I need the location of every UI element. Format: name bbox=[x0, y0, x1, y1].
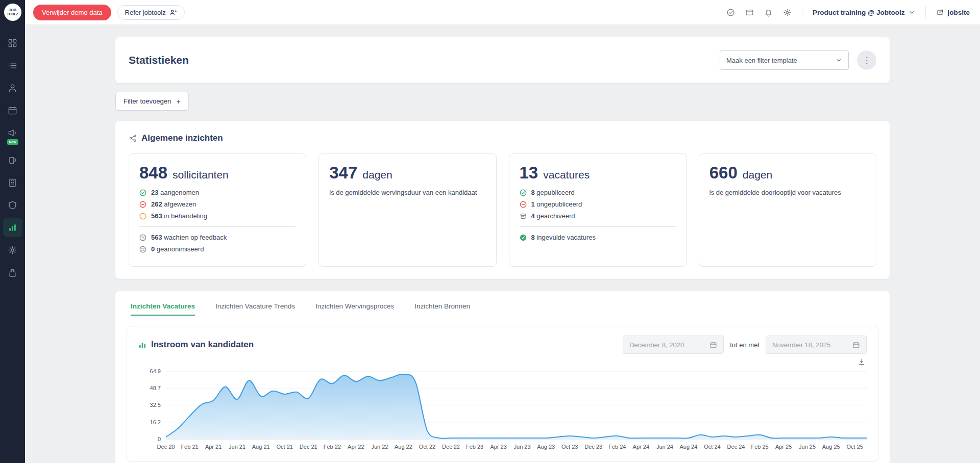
account-name: Product training @ Jobtoolz bbox=[813, 9, 904, 16]
range-separator: tot en met bbox=[730, 341, 760, 349]
inflow-chart-card: Instroom van kandidaten December 8, 2020… bbox=[127, 326, 878, 461]
stat-card-doorlooptijd: 660 dagen is de gemiddelde doorlooptijd … bbox=[699, 153, 876, 267]
insights-title: Algemene inzichten bbox=[141, 133, 223, 143]
jobsite-link[interactable]: jobsite bbox=[936, 9, 970, 16]
sidebar-item-list[interactable] bbox=[3, 56, 22, 75]
sidebar-item-security[interactable] bbox=[3, 195, 22, 215]
shopping-bag-icon bbox=[8, 268, 17, 277]
stat-row-ingevulde-vacatures: 8 ingevulde vacatures bbox=[520, 234, 676, 241]
x-tick-label: Feb 23 bbox=[466, 444, 483, 450]
stat-grid: 848 sollicitanten 23 aangenomen 262 afge… bbox=[129, 153, 876, 267]
notifications-button[interactable] bbox=[764, 8, 773, 17]
x-tick-label: Oct 22 bbox=[419, 444, 435, 450]
inflow-chart-x-axis: Dec 20Feb 21Apr 21Jun 21Aug 21Oct 21Dec … bbox=[166, 444, 867, 454]
check-circle-icon bbox=[520, 189, 527, 196]
plus-icon: + bbox=[176, 97, 181, 106]
app-root: JOB TOOLZ New bbox=[0, 0, 980, 463]
logo-text-bottom: TOOLZ bbox=[7, 12, 18, 16]
x-tick-label: Jun 21 bbox=[229, 444, 246, 450]
mug-icon bbox=[8, 156, 17, 165]
stat-row-gearchiveerd: 4 gearchiveerd bbox=[520, 212, 676, 220]
stat-row-afgewezen: 262 afgewezen bbox=[139, 200, 296, 208]
add-filter-button[interactable]: Filter toevoegen + bbox=[115, 92, 189, 111]
sidebar-item-dashboard[interactable] bbox=[3, 33, 22, 53]
check-circle-icon bbox=[726, 8, 735, 17]
topbar-divider bbox=[925, 6, 926, 18]
calendar-icon bbox=[852, 341, 860, 349]
person-plus-icon bbox=[169, 9, 177, 16]
x-tick-label: Apr 25 bbox=[775, 444, 792, 450]
x-tick-label: Dec 21 bbox=[300, 444, 317, 450]
sidebar-item-statistics[interactable] bbox=[3, 218, 22, 237]
sidebar-item-events[interactable] bbox=[3, 150, 22, 170]
page-title: Statistieken bbox=[129, 54, 189, 66]
stat-unit: dagen bbox=[743, 169, 772, 181]
stat-value: 660 bbox=[709, 163, 738, 183]
divider bbox=[139, 226, 296, 227]
stat-row-in-behandeling: 563 in behandeling bbox=[139, 212, 296, 220]
tab-inzichten-vacature-trends[interactable]: Inzichten Vacature Trends bbox=[215, 302, 295, 316]
x-tick-label: Dec 23 bbox=[584, 444, 602, 450]
sidebar-item-calendar[interactable] bbox=[3, 100, 22, 120]
gear-icon bbox=[8, 245, 17, 255]
user-icon bbox=[8, 83, 17, 93]
y-tick-label: 0 bbox=[158, 436, 161, 442]
x-tick-label: Oct 24 bbox=[704, 444, 720, 450]
check-filled-icon bbox=[520, 234, 527, 241]
filter-template-select[interactable]: Maak een filter template bbox=[720, 50, 849, 70]
tab-inzichten-bronnen[interactable]: Inzichten Bronnen bbox=[414, 302, 470, 316]
circle-icon bbox=[139, 213, 146, 220]
x-tick-label: Apr 21 bbox=[205, 444, 222, 450]
divider bbox=[520, 226, 676, 227]
bar-chart-icon bbox=[8, 223, 17, 233]
x-tick-label: Feb 24 bbox=[608, 444, 626, 450]
content-area: Statistieken Maak een filter template ⋮ … bbox=[25, 25, 980, 463]
list-icon bbox=[8, 61, 17, 70]
billing-button[interactable] bbox=[745, 8, 754, 17]
x-tick-label: Oct 23 bbox=[561, 444, 578, 450]
external-link-icon bbox=[936, 9, 944, 16]
sidebar-item-settings[interactable] bbox=[3, 240, 22, 260]
x-tick-label: Jun 22 bbox=[371, 444, 388, 450]
gear-icon bbox=[783, 8, 792, 17]
x-tick-label: Apr 23 bbox=[490, 444, 506, 450]
tab-inzichten-wervingsproces[interactable]: Inzichten Wervingsproces bbox=[315, 302, 394, 316]
topbar: Verwijder demo data Refer jobtoolz bbox=[25, 0, 980, 25]
tab-inzichten-vacatures[interactable]: Inzichten Vacatures bbox=[131, 302, 195, 316]
tasks-button[interactable] bbox=[726, 8, 735, 17]
megaphone-icon bbox=[8, 128, 17, 138]
more-options-button[interactable]: ⋮ bbox=[857, 50, 876, 70]
stat-card-sollicitanten: 848 sollicitanten 23 aangenomen 262 afge… bbox=[129, 153, 306, 267]
y-tick-label: 64.9 bbox=[150, 368, 161, 374]
account-menu[interactable]: Product training @ Jobtoolz bbox=[813, 9, 915, 16]
stat-description: is de gemiddelde wervingsduur van een ka… bbox=[329, 189, 485, 196]
sidebar-item-candidates[interactable] bbox=[3, 78, 22, 97]
jobsite-label: jobsite bbox=[947, 9, 970, 16]
settings-button[interactable] bbox=[783, 8, 792, 17]
minus-circle-icon bbox=[520, 201, 527, 208]
new-badge: New bbox=[7, 139, 18, 145]
download-icon bbox=[857, 358, 866, 366]
x-tick-label: Dec 22 bbox=[442, 444, 460, 450]
insights-tabs-card: Inzichten Vacatures Inzichten Vacature T… bbox=[115, 291, 890, 463]
delete-demo-data-button[interactable]: Verwijder demo data bbox=[33, 5, 111, 20]
calendar-icon bbox=[709, 341, 717, 349]
sidebar-item-campaigns[interactable]: New bbox=[3, 123, 22, 142]
main-area: Verwijder demo data Refer jobtoolz bbox=[25, 0, 980, 463]
stat-value: 347 bbox=[329, 163, 357, 183]
chevron-down-icon bbox=[836, 57, 842, 64]
date-from-input[interactable]: December 8, 2020 bbox=[623, 336, 724, 354]
chart-title: Instroom van kandidaten bbox=[151, 340, 254, 350]
stat-value: 848 bbox=[139, 163, 167, 183]
topbar-divider bbox=[802, 6, 802, 18]
date-to-input[interactable]: November 18, 2025 bbox=[766, 336, 867, 354]
y-tick-label: 16.2 bbox=[150, 419, 161, 425]
download-chart-button[interactable] bbox=[857, 358, 866, 366]
jobtoolz-logo[interactable]: JOB TOOLZ bbox=[4, 4, 21, 21]
clock-icon bbox=[139, 234, 146, 241]
refer-jobtoolz-button[interactable]: Refer jobtoolz bbox=[117, 5, 185, 20]
sidebar-item-company[interactable] bbox=[3, 173, 22, 192]
sidebar-item-jobs[interactable] bbox=[3, 263, 22, 282]
x-tick-label: Feb 22 bbox=[324, 444, 341, 450]
x-tick-label: Jun 25 bbox=[799, 444, 816, 450]
